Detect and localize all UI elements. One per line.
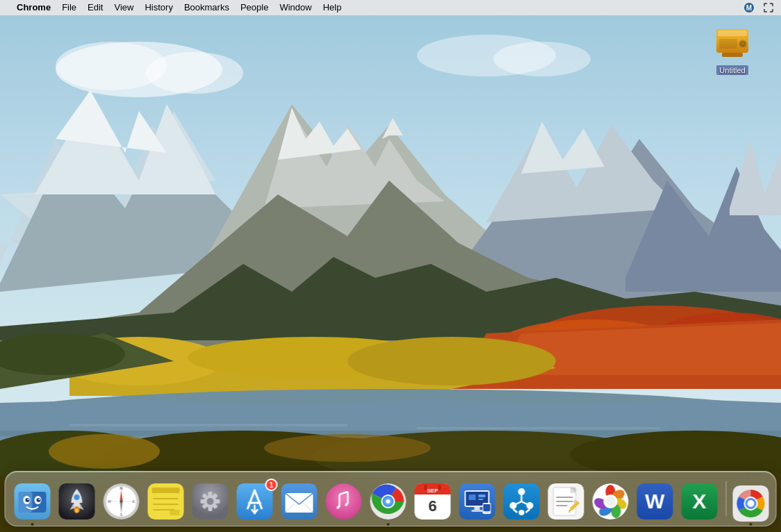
svg-point-169 xyxy=(748,500,755,507)
hard-drive-icon[interactable]: Untitled xyxy=(705,22,760,75)
svg-point-104 xyxy=(326,483,362,519)
svg-point-64 xyxy=(39,499,40,500)
dock-system-preferences[interactable] xyxy=(190,481,231,522)
svg-point-63 xyxy=(28,499,29,500)
chrome2-dot xyxy=(750,523,753,526)
dock-word[interactable]: W xyxy=(635,481,675,522)
finder-dot xyxy=(31,523,34,526)
svg-text:W: W xyxy=(108,499,111,504)
svg-text:SEP: SEP xyxy=(427,488,438,494)
dock-separator xyxy=(726,481,727,516)
svg-point-66 xyxy=(74,494,80,500)
svg-rect-82 xyxy=(152,488,180,493)
svg-rect-32 xyxy=(69,424,347,426)
svg-point-139 xyxy=(519,510,525,515)
svg-text:M: M xyxy=(746,4,752,12)
svg-rect-50 xyxy=(718,31,747,36)
menu-file[interactable]: File xyxy=(56,0,82,15)
hard-drive-image xyxy=(712,22,753,63)
dock-finder[interactable] xyxy=(13,481,53,522)
dock-app-store[interactable]: 1 xyxy=(235,481,275,522)
svg-point-25 xyxy=(347,337,556,385)
svg-point-55 xyxy=(741,42,744,45)
svg-point-113 xyxy=(386,499,390,504)
menu-view[interactable]: View xyxy=(108,0,139,15)
svg-point-133 xyxy=(518,488,525,495)
svg-point-68 xyxy=(75,508,79,513)
malwarebytes-icon[interactable]: M xyxy=(742,1,756,15)
menu-history[interactable]: History xyxy=(139,0,178,15)
dock-chrome-2[interactable] xyxy=(733,485,769,522)
dock-textedit[interactable] xyxy=(546,481,586,522)
dock-stickies[interactable] xyxy=(146,481,186,522)
svg-rect-33 xyxy=(417,427,660,429)
dock-photos[interactable] xyxy=(591,481,631,522)
dock-excel[interactable]: X xyxy=(680,481,720,522)
svg-rect-90 xyxy=(208,492,213,497)
dock-launchpad[interactable] xyxy=(57,481,97,522)
svg-point-45 xyxy=(493,42,591,76)
svg-point-61 xyxy=(26,498,30,502)
svg-text:N: N xyxy=(120,486,123,490)
chrome-dot xyxy=(387,523,390,526)
menubar: Chrome File Edit View History Bookmarks … xyxy=(0,0,781,15)
svg-rect-131 xyxy=(485,511,489,513)
svg-rect-51 xyxy=(719,39,737,49)
dock-mail[interactable] xyxy=(279,481,320,522)
dock-sourcetree[interactable] xyxy=(502,481,542,522)
svg-rect-91 xyxy=(208,506,213,511)
dock-remote-desktop[interactable] xyxy=(457,481,498,522)
menubar-right: M xyxy=(742,1,775,15)
svg-point-62 xyxy=(37,498,41,502)
svg-point-43 xyxy=(146,52,243,94)
svg-rect-52 xyxy=(722,53,743,57)
svg-rect-128 xyxy=(472,510,483,512)
svg-point-76 xyxy=(120,500,123,503)
svg-text:6: 6 xyxy=(428,497,436,515)
appstore-badge: 1 xyxy=(265,479,278,491)
dock-itunes[interactable] xyxy=(324,481,364,522)
svg-point-39 xyxy=(49,434,160,469)
menu-window[interactable]: Window xyxy=(274,0,317,15)
menu-chrome[interactable]: Chrome xyxy=(11,0,56,15)
svg-rect-93 xyxy=(215,499,220,504)
desktop: Chrome File Edit View History Bookmarks … xyxy=(0,0,781,532)
dock: N S W E xyxy=(5,471,777,526)
svg-rect-120 xyxy=(438,485,441,490)
svg-rect-127 xyxy=(475,507,480,510)
wallpaper-svg xyxy=(0,0,781,532)
menu-bookmarks[interactable]: Bookmarks xyxy=(179,0,235,15)
svg-rect-126 xyxy=(479,499,484,500)
svg-rect-130 xyxy=(484,504,491,511)
svg-rect-86 xyxy=(170,510,180,515)
svg-point-40 xyxy=(264,434,431,462)
svg-text:X: X xyxy=(692,490,706,513)
menu-people[interactable]: People xyxy=(235,0,274,15)
dock-safari[interactable]: N S W E xyxy=(101,481,142,522)
hard-drive-label: Untitled xyxy=(716,65,748,75)
svg-rect-124 xyxy=(469,494,476,500)
svg-point-89 xyxy=(207,498,214,505)
dock-chrome[interactable] xyxy=(368,481,409,522)
svg-rect-119 xyxy=(425,485,427,490)
svg-rect-125 xyxy=(479,494,486,497)
svg-text:W: W xyxy=(645,490,665,513)
menu-help[interactable]: Help xyxy=(318,0,347,15)
svg-rect-92 xyxy=(201,499,206,504)
dock-calendar[interactable]: 6 SEP xyxy=(413,481,453,522)
menu-edit[interactable]: Edit xyxy=(82,0,108,15)
svg-point-160 xyxy=(606,497,616,506)
resize-icon[interactable] xyxy=(762,1,775,15)
